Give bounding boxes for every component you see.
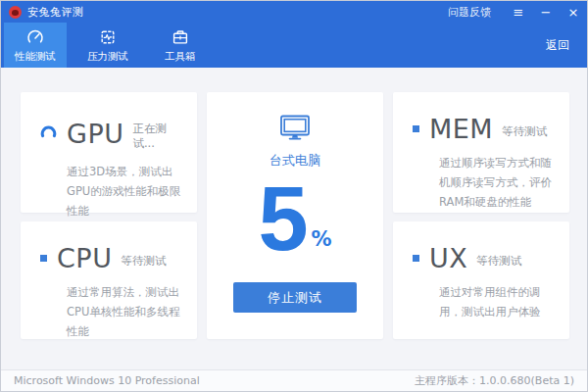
cards-grid: GPU 正在测试... 通过3D场景，测试出GPU的游戏性能和极限性能 CPU … [21,92,567,339]
antutu-logo-icon [9,6,22,19]
mem-card: MEM 等待测试 通过顺序读写方式和随机顺序读写方式，评价RAM和硬盘的性能 [393,92,569,213]
mem-card-head: MEM 等待测试 [413,116,554,142]
chip-icon [98,27,118,48]
stop-test-button[interactable]: 停止测试 [233,282,357,313]
cpu-title: CPU [57,245,112,271]
mem-description: 通过顺序读写方式和随机顺序读写方式，评价RAM和硬盘的性能 [439,153,554,212]
loading-spinner-icon [40,125,57,142]
titlebar-controls: 问题反馈 ≡ − × [448,1,587,23]
back-button[interactable]: 返回 [546,23,569,68]
desktop-monitor-icon [279,114,311,145]
progress-card: 台式电脑 5 % 停止测试 [207,92,383,339]
app-version-label: 主程序版本：1.0.0.680(Beta 1) [415,373,574,388]
progress-percent: 5 % [258,172,331,267]
navbar: 性能测试 压力测试 工具箱 返回 [1,23,587,68]
gpu-card-head: GPU 正在测试... [40,116,181,151]
feedback-link[interactable]: 问题反馈 [448,5,491,20]
gauge-icon [25,27,45,48]
menu-icon[interactable]: ≡ [505,1,532,23]
app-window: 安兔兔评测 问题反馈 ≡ − × 性能测试 [0,0,588,392]
minimize-icon[interactable]: − [532,1,560,23]
tab-stress-test[interactable]: 压力测试 [76,23,139,68]
ux-card-head: UX 等待测试 [413,245,554,271]
bullet-icon [413,125,419,132]
app-title: 安兔兔评测 [27,5,84,20]
cpu-card-head: CPU 等待测试 [40,245,181,271]
mem-title: MEM [429,116,493,142]
ux-description: 通过对常用组件的调用，测试出用户体验 [439,282,554,321]
mem-status: 等待测试 [502,119,547,139]
cpu-status: 等待测试 [121,248,166,269]
device-type-label: 台式电脑 [270,152,320,170]
ux-title: UX [429,245,467,271]
bullet-icon [413,255,419,262]
main-content: GPU 正在测试... 通过3D场景，测试出GPU的游戏性能和极限性能 CPU … [1,68,587,369]
gpu-status: 正在测试... [132,116,181,151]
ux-status: 等待测试 [476,248,521,269]
bullet-icon [40,255,47,262]
os-version-label: Microsoft Windows 10 Professional [14,374,200,387]
titlebar: 安兔兔评测 问题反馈 ≡ − × [1,1,587,23]
ux-card: UX 等待测试 通过对常用组件的调用，测试出用户体验 [393,221,569,339]
statusbar: Microsoft Windows 10 Professional 主程序版本：… [1,369,587,391]
gpu-description: 通过3D场景，测试出GPU的游戏性能和极限性能 [67,162,181,220]
tab-toolbox[interactable]: 工具箱 [149,23,212,68]
cpu-description: 通过常用算法，测试出CPU单核性能和多线程性能 [67,282,181,341]
gpu-title: GPU [67,121,123,147]
gpu-card: GPU 正在测试... 通过3D场景，测试出GPU的游戏性能和极限性能 [21,92,197,213]
cpu-card: CPU 等待测试 通过常用算法，测试出CPU单核性能和多线程性能 [21,221,197,339]
tab-label: 工具箱 [165,50,196,64]
progress-percent-value: 5 [258,172,308,267]
tab-label: 性能测试 [15,50,56,64]
tab-performance-test[interactable]: 性能测试 [4,23,67,68]
progress-percent-sign: % [312,227,332,251]
toolbox-icon [171,27,190,48]
tab-label: 压力测试 [87,50,128,64]
close-icon[interactable]: × [560,1,587,23]
